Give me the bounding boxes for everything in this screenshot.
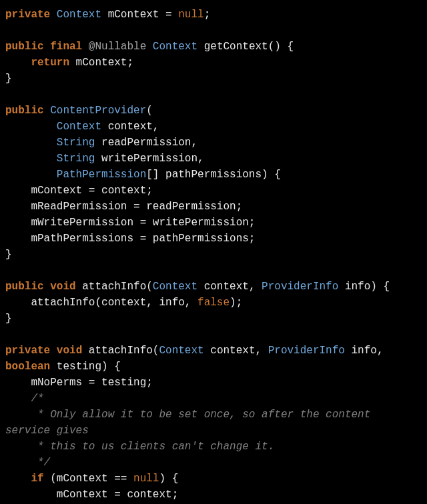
literal: null — [178, 9, 203, 21]
keyword: void — [44, 281, 83, 293]
indent — [5, 153, 57, 165]
keyword: private — [5, 345, 50, 357]
text: ( — [146, 105, 153, 117]
text: (mContext == — [44, 473, 133, 485]
text: context, — [204, 345, 268, 357]
line: private void attachInfo(Context context,… — [5, 345, 390, 373]
text: ) { — [159, 473, 178, 485]
text — [146, 41, 153, 53]
comment: * Only allow it to be set once, so after… — [5, 409, 377, 437]
text: mContext = — [101, 9, 178, 21]
line: mContext = context; — [5, 185, 153, 197]
type: PathPermission — [57, 169, 146, 181]
comment: */ — [5, 457, 50, 469]
line: mNoPerms = testing; — [5, 377, 153, 389]
text: attachInfo(context, info, — [31, 297, 197, 309]
text: context, — [197, 281, 262, 293]
indent — [5, 121, 57, 133]
type: Context — [159, 345, 203, 357]
line: mContext = context; — [5, 489, 178, 501]
type: Context — [153, 281, 197, 293]
text: attachInfo( — [89, 345, 159, 357]
line: } — [5, 313, 12, 325]
keyword: final — [44, 41, 89, 53]
text: mContext; — [69, 57, 133, 69]
type: ProviderInfo — [268, 345, 345, 357]
keyword: return — [31, 57, 69, 69]
keyword: public — [5, 105, 44, 117]
literal: null — [133, 473, 159, 485]
code-block: private Context mContext = null; public … — [5, 7, 422, 504]
keyword: if — [31, 473, 43, 485]
text: context, — [101, 121, 159, 133]
text: attachInfo( — [82, 281, 153, 293]
line: if (mContext == null) { — [5, 473, 178, 485]
text: info) { — [338, 281, 390, 293]
line: mPathPermissions = pathPermissions; — [5, 233, 255, 245]
text: ; — [204, 9, 211, 21]
text: readPermission, — [95, 137, 197, 149]
keyword: private — [5, 9, 50, 21]
line: Context context, — [5, 121, 159, 133]
keyword: boolean — [5, 361, 50, 373]
line: attachInfo(context, info, false); — [5, 297, 242, 309]
indent — [5, 297, 31, 309]
line: public ContentProvider( — [5, 105, 153, 117]
line: mWritePermission = writePermission; — [5, 217, 255, 229]
text: ); — [230, 297, 242, 309]
text: [] pathPermissions) { — [146, 169, 281, 181]
type: Context — [57, 9, 101, 21]
line: public final @Nullable Context getContex… — [5, 41, 294, 53]
keyword: void — [50, 345, 89, 357]
text: getContext() { — [197, 41, 294, 53]
comment: /* — [5, 393, 44, 405]
line: } — [5, 249, 12, 261]
text: testing) { — [50, 361, 121, 373]
type: ContentProvider — [50, 105, 146, 117]
indent — [5, 473, 31, 485]
literal: false — [197, 297, 230, 309]
type: String — [57, 153, 95, 165]
line: String readPermission, — [5, 137, 197, 149]
text: writePermission, — [95, 153, 203, 165]
keyword: public — [5, 281, 44, 293]
line: String writePermission, — [5, 153, 204, 165]
keyword: public — [5, 41, 44, 53]
line: } — [5, 73, 12, 85]
line: public void attachInfo(Context context, … — [5, 281, 390, 293]
type: String — [57, 137, 95, 149]
indent — [5, 137, 57, 149]
type: ProviderInfo — [262, 281, 338, 293]
text: info, — [345, 345, 390, 357]
line: mReadPermission = readPermission; — [5, 201, 242, 213]
line: return mContext; — [5, 57, 133, 69]
text — [44, 105, 51, 117]
line: private Context mContext = null; — [5, 9, 210, 21]
indent — [5, 57, 31, 69]
line: PathPermission[] pathPermissions) { — [5, 169, 281, 181]
annotation: @Nullable — [89, 41, 146, 53]
type: Context — [153, 41, 197, 53]
type: Context — [57, 121, 101, 133]
indent — [5, 169, 57, 181]
comment: * this to us clients can't change it. — [5, 441, 274, 453]
